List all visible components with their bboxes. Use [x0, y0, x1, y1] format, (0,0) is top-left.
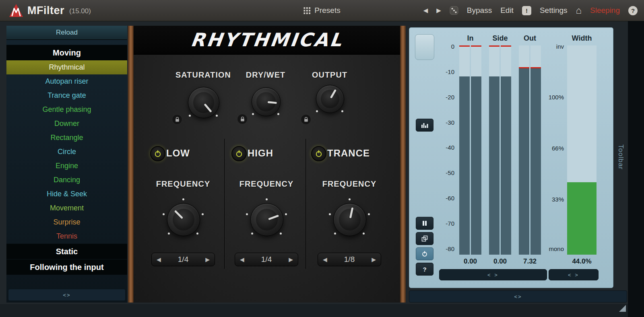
lock-icon[interactable] — [301, 114, 311, 125]
bar-chart-icon — [421, 122, 428, 128]
width-tick-label: 66% — [538, 145, 564, 152]
meter-value[interactable]: 7.32 — [514, 257, 546, 266]
trance-frequency-knob[interactable] — [333, 203, 366, 236]
overlapping-squares-icon — [421, 235, 428, 242]
preset-item-surprise[interactable]: Surprise — [6, 215, 127, 229]
knob-tick-dot — [246, 213, 248, 215]
db-tick-label: 0 — [431, 43, 454, 50]
high-frequency-knob[interactable] — [250, 203, 283, 236]
alert-icon[interactable]: ! — [522, 6, 531, 15]
knob-tick-dot — [163, 213, 165, 215]
resize-handle[interactable] — [619, 305, 626, 312]
lock-icon[interactable] — [172, 114, 182, 125]
next-preset-button[interactable]: ▶ — [436, 7, 441, 14]
preset-item-movement[interactable]: Movement — [6, 201, 127, 215]
meter-bar[interactable] — [519, 45, 529, 255]
high-rate-stepper[interactable]: ◀1/4▶ — [235, 253, 298, 266]
meter-column-in: In0.00 — [459, 45, 481, 255]
knob-tick-dot — [334, 233, 336, 235]
toolbar-tab[interactable]: Toolbar — [614, 26, 627, 288]
trance-power-button[interactable] — [311, 146, 326, 161]
low-frequency-knob[interactable] — [167, 203, 200, 236]
stepper-prev-arrow[interactable]: ◀ — [157, 256, 161, 263]
peak-indicator — [471, 45, 481, 47]
preset-item-tennis[interactable]: Tennis — [6, 229, 127, 243]
bottom-scrollbar[interactable]: <> — [409, 290, 627, 303]
knob-tick-dot — [251, 233, 253, 235]
meter-fill — [501, 76, 511, 255]
presets-button[interactable]: Presets — [303, 6, 340, 15]
width-scrollbar[interactable]: < > — [549, 269, 599, 280]
knob-tick-dot — [368, 213, 370, 215]
stepper-next-arrow[interactable]: ▶ — [205, 256, 210, 263]
low-power-button[interactable] — [150, 146, 165, 161]
preset-item-engine[interactable]: Engine — [6, 159, 127, 173]
preset-item-rhythmical[interactable]: Rhythmical — [6, 60, 127, 74]
preset-item-dancing[interactable]: Dancing — [6, 173, 127, 187]
width-bar[interactable] — [567, 45, 597, 255]
brand: MFilter (15.00) — [0, 4, 91, 17]
meter-value[interactable]: 0.00 — [454, 257, 486, 266]
meter-scrollbar[interactable]: < > — [439, 269, 547, 280]
knob-pointer-line — [330, 89, 336, 99]
db-tick-label: -10 — [431, 68, 454, 75]
stepper-value[interactable]: 1/4 — [261, 255, 272, 264]
preset-group-header-static[interactable]: Static — [6, 243, 127, 259]
stepper-prev-arrow[interactable]: ◀ — [240, 256, 244, 263]
sleeping-indicator[interactable]: Sleeping — [590, 6, 620, 15]
stepper-next-arrow[interactable]: ▶ — [289, 256, 293, 263]
plugin-version: (15.00) — [69, 7, 91, 15]
preset-item-autopan-riser[interactable]: Autopan riser — [6, 74, 127, 89]
routing-button[interactable] — [416, 232, 433, 245]
knob-pointer-line — [268, 214, 279, 220]
preset-item-downer[interactable]: Downer — [6, 117, 127, 131]
stepper-prev-arrow[interactable]: ◀ — [323, 256, 327, 263]
help-icon[interactable]: ? — [628, 6, 638, 15]
preset-item-rectangle[interactable]: Rectangle — [6, 131, 127, 145]
preset-item-hide-seek[interactable]: Hide & Seek — [6, 187, 127, 201]
output-label: OUTPUT — [312, 70, 347, 80]
reload-button[interactable]: Reload — [6, 26, 127, 40]
edit-button[interactable]: Edit — [500, 6, 514, 15]
preset-item-circle[interactable]: Circle — [6, 145, 127, 159]
random-preset-dice-icon[interactable] — [450, 6, 458, 15]
pause-icon — [422, 220, 427, 226]
meter-bar[interactable] — [459, 45, 470, 255]
meter-bar[interactable] — [489, 45, 500, 255]
home-icon[interactable]: ⌂ — [576, 6, 582, 15]
bypass-button[interactable]: Bypass — [467, 6, 492, 15]
knob-tick-dot — [266, 198, 268, 200]
trance-rate-stepper[interactable]: ◀1/8▶ — [318, 253, 381, 266]
dry-wet-label: DRY/WET — [246, 70, 285, 80]
knob-tick-dot — [363, 233, 365, 235]
width-value[interactable]: 44.0% — [562, 257, 601, 266]
sidebar-scrollbar[interactable]: <> — [8, 289, 126, 301]
width-tick-label: mono — [538, 245, 564, 252]
db-tick-label: -60 — [431, 195, 454, 202]
lock-icon[interactable] — [237, 114, 248, 124]
meter-value[interactable]: 0.00 — [484, 257, 516, 266]
meter-bar[interactable] — [471, 45, 481, 255]
preset-item-gentle-phasing[interactable]: Gentle phasing — [6, 103, 127, 117]
stepper-next-arrow[interactable]: ▶ — [372, 256, 376, 263]
output-knob[interactable] — [316, 85, 344, 113]
db-tick-label: -40 — [431, 144, 454, 151]
low-rate-stepper[interactable]: ◀1/4▶ — [151, 253, 215, 266]
wood-panel-right — [400, 26, 406, 303]
knob-pointer — [251, 86, 281, 117]
settings-button[interactable]: Settings — [540, 6, 568, 15]
saturation-knob[interactable] — [188, 87, 219, 118]
preset-group-header-following-the-input[interactable]: Following the input — [6, 259, 127, 275]
previous-preset-button[interactable]: ◀ — [423, 7, 428, 14]
meter-bar[interactable] — [501, 45, 511, 255]
db-tick-label: -30 — [431, 119, 454, 126]
knob-tick-dot — [168, 233, 170, 235]
meter-help-button[interactable]: ? — [416, 263, 433, 276]
dry-wet-knob[interactable] — [252, 87, 281, 116]
preset-group-header-moving[interactable]: Moving — [6, 45, 127, 60]
stepper-value[interactable]: 1/4 — [178, 255, 188, 264]
stepper-value[interactable]: 1/8 — [344, 255, 355, 264]
preset-item-trance-gate[interactable]: Trance gate — [6, 89, 127, 103]
high-power-button[interactable] — [231, 146, 247, 161]
low-frequency-label: FREQUENCY — [156, 179, 211, 189]
